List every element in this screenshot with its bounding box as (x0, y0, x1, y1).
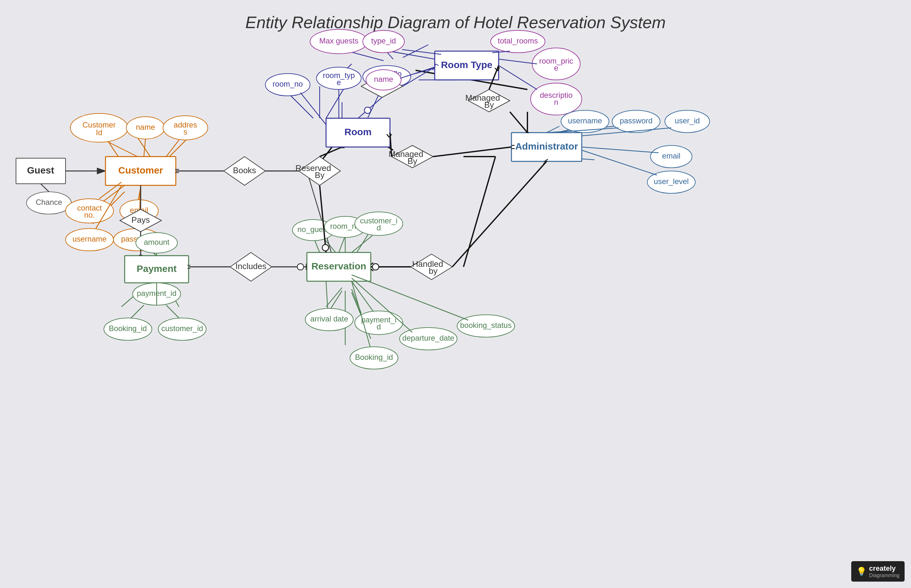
roomtype-label: Room Type (441, 60, 492, 70)
admin-password-label: password (620, 116, 653, 125)
description-label2: n (554, 98, 558, 107)
customer-name-label: name (136, 123, 155, 131)
total-rooms-label: total_rooms (498, 36, 538, 45)
reserved-by-label1: Reserved (296, 163, 331, 173)
booking-id-res-label: Booking_id (355, 353, 393, 362)
svg-point-118 (372, 263, 379, 270)
reservation-label: Reservation (311, 261, 366, 271)
svg-line-75 (339, 237, 344, 252)
svg-line-88 (300, 93, 326, 124)
user-level-label: user_level (654, 177, 688, 186)
diagram-container: Entity Relationship Diagram of Hotel Res… (0, 0, 911, 588)
room-label: Room (344, 126, 372, 137)
room-no-label: room_no (273, 79, 303, 88)
svg-line-53 (166, 140, 179, 157)
pays-label: Pays (131, 215, 150, 225)
bulb-icon: 💡 (856, 567, 867, 577)
reserved-by-label2: By (315, 170, 325, 180)
brand-sub: Diagramming (869, 573, 900, 578)
svg-line-74 (315, 241, 320, 252)
handled-by-label1: Handled (412, 259, 443, 269)
user-id-label: user_id (675, 116, 700, 125)
svg-point-87 (322, 244, 329, 251)
erd-diagram: Guest Chance Customer Customer Id name a… (0, 0, 911, 588)
customer-label: Customer (118, 165, 163, 175)
svg-line-119 (452, 162, 547, 267)
brand-name: creately (869, 564, 900, 573)
managed-by-upper-label2: By (484, 100, 494, 110)
type-id-label: type_id (371, 36, 396, 45)
administrator-label: Administrator (515, 141, 578, 152)
books-label: Books (233, 166, 256, 175)
amount-label: amount (144, 238, 170, 246)
admin-email-label: email (662, 152, 680, 160)
room-price-label2: e (554, 64, 558, 72)
roomtype-name-label: name (374, 75, 393, 83)
svg-line-77 (326, 281, 328, 309)
svg-line-48 (464, 157, 496, 267)
booking-id-payment-label: Booking_id (109, 324, 147, 333)
max-guests-label: Max guests (319, 36, 359, 45)
handled-by-label2: by (429, 266, 437, 276)
svg-point-95 (364, 107, 371, 113)
customer-id-res-label2: d (376, 223, 381, 232)
svg-line-125 (582, 147, 659, 153)
payment-label: Payment (136, 263, 176, 274)
svg-line-76 (352, 236, 372, 252)
admin-username-label: username (568, 116, 602, 125)
svg-point-73 (297, 263, 304, 270)
watermark: 💡 creately Diagramming (851, 561, 905, 582)
arrival-date-label: arrival date (310, 315, 349, 323)
svg-line-113 (510, 112, 527, 132)
svg-line-86 (320, 185, 326, 252)
includes-label: Includes (236, 262, 267, 271)
address-label2: s (184, 128, 187, 136)
room-type-label2: e (337, 78, 341, 87)
watermark-text: creately Diagramming (869, 564, 900, 578)
contact-no-label2: no. (84, 211, 95, 219)
chance-label: Chance (36, 198, 62, 207)
svg-line-28 (288, 93, 313, 118)
customer-id-label1: Customer (82, 121, 116, 129)
svg-line-105 (499, 59, 537, 64)
customer-id-label2: Id (96, 128, 102, 137)
managed-by-lower-label2: By (407, 156, 417, 166)
svg-line-110 (433, 147, 512, 157)
customer-username-label: username (73, 234, 107, 243)
svg-line-66 (131, 305, 144, 318)
booking-status-label: booking_status (460, 321, 512, 330)
svg-line-50 (40, 184, 49, 192)
managed-by-upper-label1: Managed (465, 93, 500, 103)
customer-id-payment-label: customer_id (162, 324, 203, 333)
guest-label: Guest (27, 165, 54, 175)
managed-by-lower-label1: Managed (389, 149, 423, 159)
svg-line-126 (582, 150, 657, 175)
departure-date-label: departure_date (402, 334, 454, 342)
svg-line-67 (166, 305, 179, 318)
payment-id-res-label2: d (376, 322, 381, 331)
